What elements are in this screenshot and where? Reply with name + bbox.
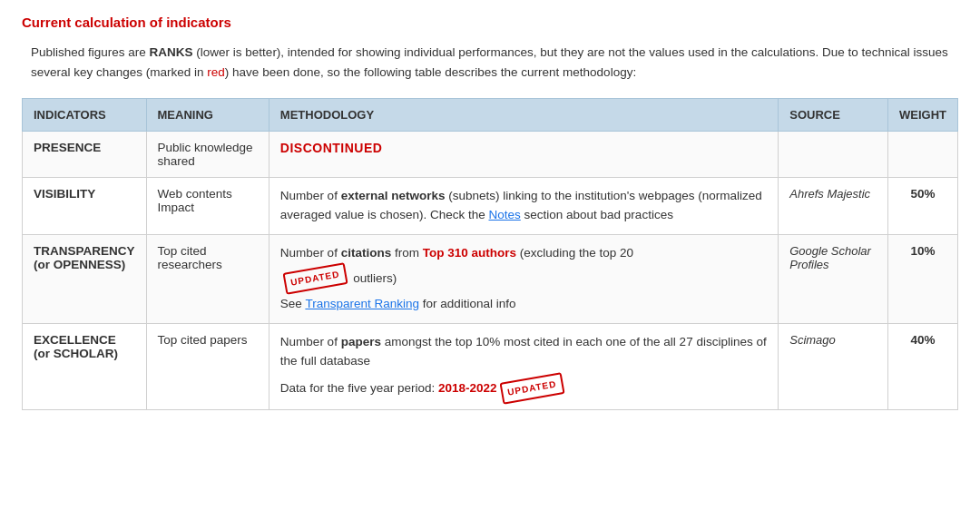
page-title: Current calculation of indicators	[22, 15, 958, 30]
transparency-source: Google Scholar Profiles	[779, 235, 888, 324]
presence-weight	[887, 132, 957, 178]
presence-methodology: DISCONTINUED	[269, 132, 778, 178]
col-header-weight: WEIGHT	[887, 99, 957, 132]
intro-text-before: Published figures are	[31, 45, 150, 59]
intro-text-end: ) have been done, so the following table…	[225, 65, 636, 79]
visibility-weight: 50%	[887, 178, 957, 235]
col-header-source: SOURCE	[779, 99, 888, 132]
excellence-meaning: Top cited papers	[146, 324, 269, 409]
updated-stamp-excellence: UPDATED	[499, 372, 564, 404]
col-header-indicators: INDICATORS	[23, 99, 147, 132]
updated-stamp-transparency: UPDATED	[282, 262, 348, 294]
visibility-indicator: VISIBILITY	[23, 178, 147, 235]
col-header-meaning: MEANING	[146, 99, 269, 132]
visibility-source: Ahrefs Majestic	[779, 178, 888, 235]
transparency-methodology: Number of citations from Top 310 authors…	[269, 235, 778, 324]
transparent-ranking-link[interactable]: Transparent Ranking	[305, 297, 419, 310]
presence-indicator: PRESENCE	[23, 132, 147, 178]
transparency-indicator: TRANSPARENCY (or OPENNESS)	[23, 235, 147, 324]
col-header-methodology: METHODOLOGY	[269, 99, 778, 132]
excellence-source: Scimago	[779, 324, 888, 409]
table-row: EXCELLENCE (or SCHOLAR) Top cited papers…	[23, 324, 958, 409]
table-row: VISIBILITY Web contents Impact Number of…	[23, 178, 958, 235]
table-row: TRANSPARENCY (or OPENNESS) Top cited res…	[23, 235, 958, 324]
transparency-meaning: Top cited researchers	[146, 235, 269, 324]
table-row: PRESENCE Public knowledge shared DISCONT…	[23, 132, 958, 178]
excellence-methodology: Number of papers amongst the top 10% mos…	[269, 324, 778, 409]
presence-source	[779, 132, 888, 178]
excellence-weight: 40%	[887, 324, 957, 409]
presence-meaning: Public knowledge shared	[146, 132, 269, 178]
table-header-row: INDICATORS MEANING METHODOLOGY SOURCE WE…	[23, 99, 958, 132]
intro-paragraph: Published figures are RANKS (lower is be…	[22, 43, 958, 82]
excellence-indicator: EXCELLENCE (or SCHOLAR)	[23, 324, 147, 409]
visibility-meaning: Web contents Impact	[146, 178, 269, 235]
notes-link[interactable]: Notes	[489, 208, 521, 221]
transparency-weight: 10%	[887, 235, 957, 324]
ranks-label: RANKS	[150, 45, 193, 59]
visibility-methodology: Number of external networks (subnets) li…	[269, 178, 778, 235]
red-word: red	[207, 65, 225, 79]
indicators-table: INDICATORS MEANING METHODOLOGY SOURCE WE…	[22, 98, 958, 410]
